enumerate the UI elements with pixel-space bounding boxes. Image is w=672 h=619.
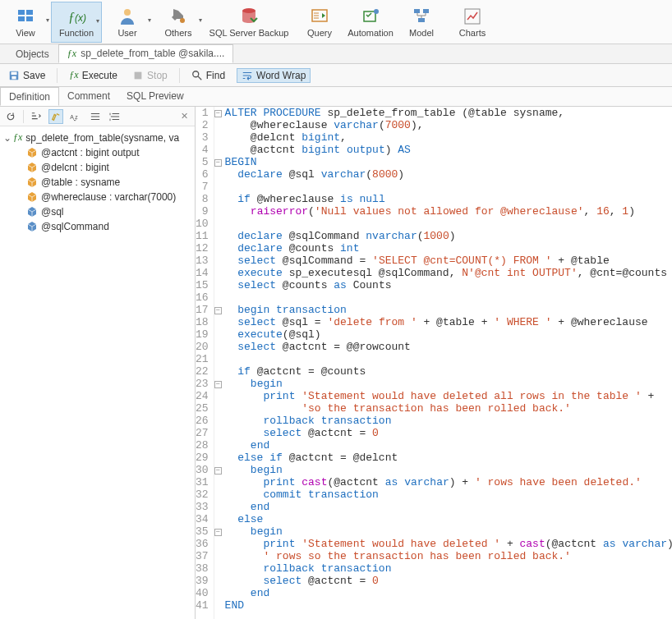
fold-marker[interactable]: − [214, 464, 222, 476]
code-line[interactable]: @actcnt bigint output) AS [225, 144, 672, 156]
tree-twisty-icon[interactable]: ⌄ [2, 132, 13, 144]
ribbon-automation[interactable]: Automation [345, 2, 396, 43]
fold-marker[interactable]: − [214, 156, 222, 168]
code-line[interactable]: rollback transaction [225, 562, 672, 575]
code-line[interactable] [225, 353, 672, 365]
fold-marker [214, 513, 222, 525]
code-line[interactable]: else if @actcnt = @delcnt [225, 452, 672, 464]
code-line[interactable]: execute sp_executesql @sqlCommand, N'@cn… [225, 267, 672, 279]
save-button[interactable]: Save [5, 68, 48, 83]
code-line[interactable]: commit transaction [225, 488, 672, 501]
code-line[interactable] [225, 218, 672, 230]
fold-marker [214, 267, 222, 279]
refresh-button[interactable] [3, 109, 18, 124]
code-line[interactable]: begin [225, 378, 672, 390]
ribbon-user[interactable]: User▾ [102, 2, 153, 43]
code-line[interactable]: print 'Statement would have deleted all … [225, 390, 672, 402]
code-line[interactable]: select @sqlCommand = 'SELECT @cnt=COUNT(… [225, 254, 672, 267]
code-line[interactable]: begin [225, 464, 672, 476]
code-line[interactable]: raiserror('Null values not allowed for @… [225, 205, 672, 218]
tree-item[interactable]: @table : sysname [2, 175, 193, 190]
chevron-down-icon: ▾ [46, 16, 49, 24]
execute-button[interactable]: ƒx Execute [66, 67, 121, 83]
code-line[interactable]: end [225, 587, 672, 599]
code-line[interactable]: select @actcnt = 0 [225, 427, 672, 439]
sort-indent-button[interactable] [29, 109, 44, 124]
code-line[interactable]: begin transaction [225, 304, 672, 316]
line-number: 28 [196, 439, 209, 452]
code-line[interactable]: end [225, 501, 672, 513]
tree-item[interactable]: @delcnt : bigint [2, 160, 193, 175]
cube-icon [26, 221, 38, 232]
ribbon-model[interactable]: Model [396, 2, 447, 43]
subtab-comment[interactable]: Comment [59, 87, 118, 106]
code-line[interactable]: rollback transaction [225, 415, 672, 427]
code-line[interactable] [225, 291, 672, 304]
line-number-gutter: 1234567891011121314151617181920212223242… [196, 107, 214, 619]
code-line[interactable]: ' rows so the transaction has been rolle… [225, 550, 672, 562]
cube-icon [26, 147, 38, 158]
code-line[interactable]: @delcnt bigint, [225, 131, 672, 144]
code-line[interactable]: END [225, 599, 672, 612]
ribbon-view[interactable]: View▾ [0, 2, 51, 43]
wordwrap-button[interactable]: Word Wrap [237, 68, 311, 83]
refresh-icon [6, 112, 16, 122]
close-panel-button[interactable]: ✕ [177, 109, 191, 124]
code-line[interactable]: declare @sqlCommand nvarchar(1000) [225, 230, 672, 242]
code-line[interactable]: 'so the transaction has been rolled back… [225, 402, 672, 415]
subtab-sql-preview[interactable]: SQL Preview [118, 87, 192, 106]
fold-marker[interactable]: − [214, 378, 222, 390]
ribbon-function[interactable]: ƒ(x)Function▾ [51, 2, 102, 43]
code-line[interactable]: ALTER PROCEDURE sp_delete_from_table (@t… [225, 107, 672, 119]
main-split: Az ✕ ⌄ ƒx sp_delete_from_table(sysname, … [0, 107, 672, 619]
tree-item[interactable]: @sql [2, 204, 193, 219]
code-line[interactable]: declare @sql varchar(8000) [225, 168, 672, 181]
fold-marker[interactable]: − [214, 525, 222, 538]
collapse-button[interactable] [108, 109, 122, 124]
tab-objects[interactable]: Objects [7, 45, 58, 63]
ribbon-charts[interactable]: Charts [447, 2, 498, 43]
tree-item[interactable]: @whereclause : varchar(7000) [2, 190, 193, 204]
line-number: 41 [196, 599, 209, 612]
document-tabbar: Objects ƒx sp_delete_from_table @sakila.… [0, 44, 672, 64]
code-line[interactable]: select @sql = 'delete from ' + @table + … [225, 316, 672, 328]
tree-item[interactable]: @actcnt : bigint output [2, 145, 193, 160]
highlight-button[interactable] [48, 109, 63, 124]
svg-text:(x): (x) [75, 12, 86, 24]
ribbon-sqlbackup[interactable]: SQL Server Backup [204, 2, 294, 43]
tree-root[interactable]: ⌄ ƒx sp_delete_from_table(sysname, va [2, 130, 193, 145]
svg-rect-3 [26, 16, 33, 21]
ribbon-others[interactable]: Others▾ [153, 2, 204, 43]
code-line[interactable]: BEGIN [225, 156, 672, 168]
code-line[interactable] [225, 181, 672, 193]
code-line[interactable]: execute(@sql) [225, 328, 672, 341]
ribbon-query[interactable]: Query [294, 2, 345, 43]
code-line[interactable]: select @counts as Counts [225, 279, 672, 291]
code-line[interactable]: if @actcnt = @counts [225, 365, 672, 378]
code-line[interactable]: @whereclause varchar(7000), [225, 119, 672, 131]
line-number: 25 [196, 402, 209, 415]
code-line[interactable]: select @actcnt = @@rowcount [225, 341, 672, 353]
line-number: 32 [196, 488, 209, 501]
line-number: 19 [196, 328, 209, 341]
expand-button[interactable] [88, 109, 103, 124]
code-content[interactable]: ALTER PROCEDURE sp_delete_from_table (@t… [222, 107, 672, 619]
code-line[interactable]: if @whereclause is null [225, 193, 672, 205]
fold-marker[interactable]: − [214, 107, 222, 119]
fold-marker [214, 205, 222, 218]
code-line[interactable]: else [225, 513, 672, 525]
tree-item[interactable]: @sqlCommand [2, 219, 193, 234]
code-line[interactable]: print 'Statement would have deleted ' + … [225, 538, 672, 550]
code-line[interactable]: begin [225, 525, 672, 538]
code-editor[interactable]: 1234567891011121314151617181920212223242… [196, 107, 672, 619]
code-line[interactable]: print cast(@actcnt as varchar) + ' rows … [225, 476, 672, 488]
find-button[interactable]: Find [188, 68, 228, 83]
line-number: 7 [196, 181, 209, 193]
code-line[interactable]: select @actcnt = 0 [225, 575, 672, 587]
sort-az-button[interactable]: Az [68, 109, 83, 124]
code-line[interactable]: declare @counts int [225, 242, 672, 254]
fold-marker[interactable]: − [214, 304, 222, 316]
code-line[interactable]: end [225, 439, 672, 452]
subtab-definition[interactable]: Definition [0, 87, 59, 106]
tab-active-file[interactable]: ƒx sp_delete_from_table @sakila.... [58, 44, 234, 63]
